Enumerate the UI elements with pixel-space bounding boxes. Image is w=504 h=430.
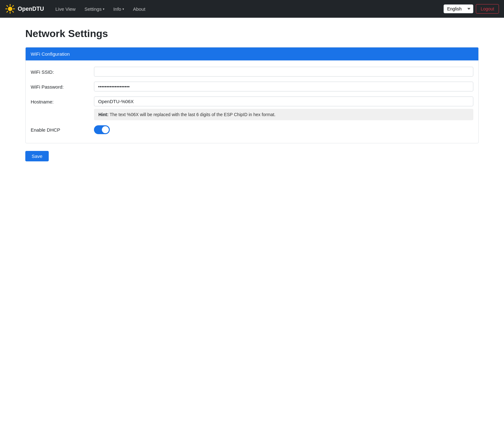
dhcp-toggle[interactable] xyxy=(94,125,110,134)
hostname-row: Hostname: Hint: The text %06X will be re… xyxy=(31,97,473,120)
ssid-row: WiFi SSID: xyxy=(31,67,473,77)
svg-line-6 xyxy=(13,11,14,12)
ssid-wrap xyxy=(94,67,473,77)
hint-box: Hint: The text %06X will be replaced wit… xyxy=(94,109,473,120)
password-label: WiFi Password: xyxy=(31,82,94,90)
nav-settings[interactable]: Settings ▾ xyxy=(81,4,108,14)
info-caret-icon: ▾ xyxy=(122,7,124,11)
dhcp-label: Enable DHCP xyxy=(31,127,94,133)
settings-caret-icon: ▾ xyxy=(103,7,104,11)
nav-about[interactable]: About xyxy=(129,4,149,14)
logout-button[interactable]: Logout xyxy=(476,4,499,14)
navbar-left: OpenDTU Live View Settings ▾ Info ▾ Abou… xyxy=(5,4,149,14)
main-content: Network Settings WiFi Configuration WiFi… xyxy=(0,18,504,171)
brand-icon xyxy=(5,4,15,14)
nav-links: Live View Settings ▾ Info ▾ About xyxy=(52,4,149,14)
ssid-label: WiFi SSID: xyxy=(31,67,94,75)
hint-label: Hint: xyxy=(98,112,109,117)
dhcp-slider xyxy=(94,125,110,134)
brand-name: OpenDTU xyxy=(18,6,44,12)
wifi-config-header: WiFi Configuration xyxy=(26,47,478,60)
password-input[interactable] xyxy=(94,82,473,91)
navbar: OpenDTU Live View Settings ▾ Info ▾ Abou… xyxy=(0,0,504,18)
wifi-config-card: WiFi Configuration WiFi SSID: WiFi Passw… xyxy=(25,47,479,143)
save-button[interactable]: Save xyxy=(25,151,49,161)
hint-text: The text %06X will be replaced with the … xyxy=(110,112,276,117)
nav-live-view[interactable]: Live View xyxy=(52,4,79,14)
password-row: WiFi Password: xyxy=(31,82,473,91)
page-title: Network Settings xyxy=(25,28,479,40)
password-wrap xyxy=(94,82,473,91)
navbar-right: English Deutsch Français Español Logout xyxy=(444,4,499,14)
svg-line-5 xyxy=(7,6,8,7)
hostname-input[interactable] xyxy=(94,97,473,106)
hostname-label: Hostname: xyxy=(31,97,94,104)
wifi-config-body: WiFi SSID: WiFi Password: Hostname: Hin xyxy=(26,60,478,143)
ssid-input[interactable] xyxy=(94,67,473,77)
dhcp-row: Enable DHCP xyxy=(31,125,473,134)
svg-point-0 xyxy=(8,7,12,11)
nav-info[interactable]: Info ▾ xyxy=(109,4,128,14)
svg-line-7 xyxy=(13,6,14,7)
svg-line-8 xyxy=(7,11,8,12)
brand-link[interactable]: OpenDTU xyxy=(5,4,44,14)
language-select[interactable]: English Deutsch Français Español xyxy=(444,4,473,13)
hostname-wrap: Hint: The text %06X will be replaced wit… xyxy=(94,97,473,120)
